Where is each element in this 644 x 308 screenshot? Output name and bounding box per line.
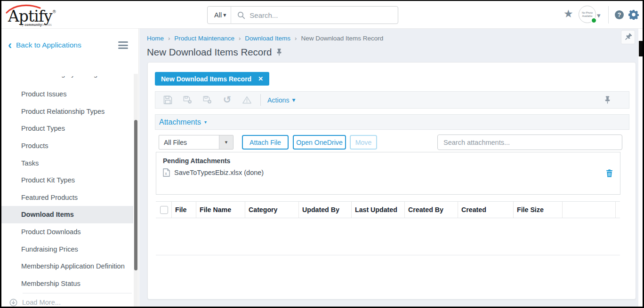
column-header-created[interactable]: Created [458, 202, 514, 218]
search-icon [237, 11, 245, 19]
sidebar-item-membership-application-definition[interactable]: Membership Application Definition [1, 258, 133, 275]
select-all-checkbox[interactable] [160, 206, 168, 214]
attach-file-button[interactable]: Attach File [242, 135, 289, 150]
help-glyph: ? [618, 11, 621, 18]
avatar-text: Available [582, 15, 592, 18]
gear-icon[interactable] [628, 9, 639, 20]
breadcrumb: Home › Product Maintenance › Download It… [147, 35, 383, 42]
attachments-table-header: File File Name Category Updated By Last … [156, 201, 620, 218]
search-input[interactable] [250, 11, 398, 19]
attachments-table: File File Name Category Updated By Last … [156, 201, 620, 255]
app-window: Aptify® by communitybrands All ▼ ★ No Ph… [0, 0, 644, 308]
load-more-button[interactable]: Load More... [1, 295, 133, 308]
column-header-filler [616, 202, 620, 218]
search-scope-label: All [214, 11, 222, 19]
column-header-created-by[interactable]: Created By [405, 202, 458, 218]
open-onedrive-button[interactable]: Open OneDrive [293, 135, 346, 150]
page-scrollbar [638, 29, 643, 307]
sidebar: ‹ Back to Applications Product Category … [1, 29, 139, 307]
sidebar-item-product-downloads[interactable]: Product Downloads [1, 223, 133, 241]
toolbar-pin-icon[interactable] [604, 96, 611, 106]
load-more-icon [9, 299, 17, 307]
attachments-title[interactable]: Attachments [159, 118, 201, 126]
record-tab[interactable]: New Download Items Record ✕ [155, 72, 269, 86]
sidebar-item-product-kit-types[interactable]: Product Kit Types [1, 172, 133, 189]
sidebar-item-products[interactable]: Products [1, 137, 133, 155]
sidebar-item-featured-products[interactable]: Featured Products [1, 189, 133, 206]
select-caret-icon: ▼ [219, 135, 233, 149]
sidebar-item-product-types[interactable]: Product Types [1, 120, 133, 137]
delete-attachment-icon[interactable] [606, 169, 613, 177]
avatar[interactable]: No Photo Available [579, 6, 596, 23]
sidebar-scrollbar [134, 74, 138, 307]
global-search: All ▼ [207, 6, 398, 24]
move-button[interactable]: Move [350, 135, 377, 150]
sidebar-item-download-items[interactable]: Download Items [1, 206, 133, 223]
sidebar-menu: Product Category Pricing Product Issues … [1, 76, 133, 292]
breadcrumb-separator: › [168, 35, 170, 42]
column-header-file[interactable]: File [172, 202, 196, 218]
pending-file-name: SaveToTypesEbiz.xlsx (done) [174, 169, 264, 176]
sidebar-item-membership-status[interactable]: Membership Status [1, 275, 133, 292]
pin-panel-button[interactable] [621, 30, 635, 44]
breadcrumb-home[interactable]: Home [147, 35, 164, 42]
attachments-caret-icon[interactable]: ▾ [204, 119, 207, 125]
main-area: Home › Product Maintenance › Download It… [139, 29, 638, 307]
warning-icon [242, 95, 251, 104]
attachments-search-input[interactable] [437, 134, 622, 150]
chevron-down-icon: ▼ [223, 13, 226, 17]
page-title: New Download Items Record [147, 47, 272, 58]
column-header-updated-by[interactable]: Updated By [299, 202, 352, 218]
history-undo-icon[interactable]: ↺ [223, 95, 232, 104]
brand-name: Aptify® [8, 4, 60, 24]
save-and-new-icon[interactable] [203, 95, 212, 105]
pending-file-row[interactable]: x SaveToTypesEbiz.xlsx (done) [156, 168, 620, 177]
presence-indicator [591, 17, 597, 24]
aptify-logo: Aptify® by communitybrands [8, 4, 60, 26]
attachments-table-body [156, 218, 620, 255]
actions-label: Actions [267, 96, 290, 104]
sidebar-item-product-relationship-types[interactable]: Product Relationship Types [1, 103, 133, 120]
file-filter-select[interactable]: All Files ▼ [159, 135, 233, 150]
file-filter-value: All Files [159, 135, 219, 149]
sidebar-scrollbar-thumb[interactable] [134, 120, 137, 270]
favorites-star-icon[interactable]: ★ [564, 8, 573, 20]
svg-text:x: x [165, 171, 167, 176]
breadcrumb-product-maintenance[interactable]: Product Maintenance [174, 35, 234, 42]
breadcrumb-current: New Download Items Record [301, 35, 383, 42]
search-scope-dropdown[interactable]: All ▼ [208, 11, 231, 19]
close-icon[interactable]: ✕ [258, 75, 263, 82]
back-chevron-icon: ‹ [8, 40, 12, 50]
back-to-applications-link[interactable]: Back to Applications [16, 41, 81, 49]
record-toolbar: ↺ Actions ▼ [155, 91, 629, 109]
actions-dropdown[interactable]: Actions ▼ [267, 96, 295, 104]
column-header-file-name[interactable]: File Name [196, 202, 245, 218]
page-scrollbar-thumb[interactable] [639, 41, 643, 56]
record-tab-label: New Download Items Record [161, 75, 251, 83]
breadcrumb-download-items[interactable]: Download Items [245, 35, 290, 42]
save-icon[interactable] [163, 95, 172, 104]
avatar-caret-icon[interactable]: ▾ [597, 11, 601, 20]
save-and-close-icon[interactable] [183, 95, 192, 105]
registered-mark: ® [52, 9, 56, 14]
record-card: New Download Items Record ✕ ↺ [147, 62, 636, 300]
column-header-last-updated[interactable]: Last Updated [352, 202, 405, 218]
column-header-blank [563, 202, 616, 218]
column-header-category[interactable]: Category [245, 202, 299, 218]
breadcrumb-separator: › [295, 35, 297, 42]
breadcrumb-separator: › [239, 35, 241, 42]
excel-file-icon: x [163, 168, 170, 177]
hamburger-menu-icon[interactable] [118, 41, 128, 49]
page-title-row: New Download Items Record [147, 47, 282, 58]
help-icon[interactable]: ? [615, 10, 624, 19]
column-header-file-size[interactable]: File Size [514, 202, 563, 218]
search-divider [231, 7, 231, 24]
chevron-down-icon: ▼ [292, 98, 296, 103]
sidebar-item-fundraising-prices[interactable]: Fundraising Prices [1, 240, 133, 258]
pushpin-icon [624, 33, 632, 41]
sidebar-item-clipped[interactable]: Product Category Pricing [1, 76, 133, 79]
title-pin-icon[interactable] [276, 48, 282, 56]
top-bar: Aptify® by communitybrands All ▼ ★ No Ph… [1, 1, 643, 29]
sidebar-item-tasks[interactable]: Tasks [1, 154, 133, 172]
sidebar-item-product-issues[interactable]: Product Issues [1, 86, 133, 103]
